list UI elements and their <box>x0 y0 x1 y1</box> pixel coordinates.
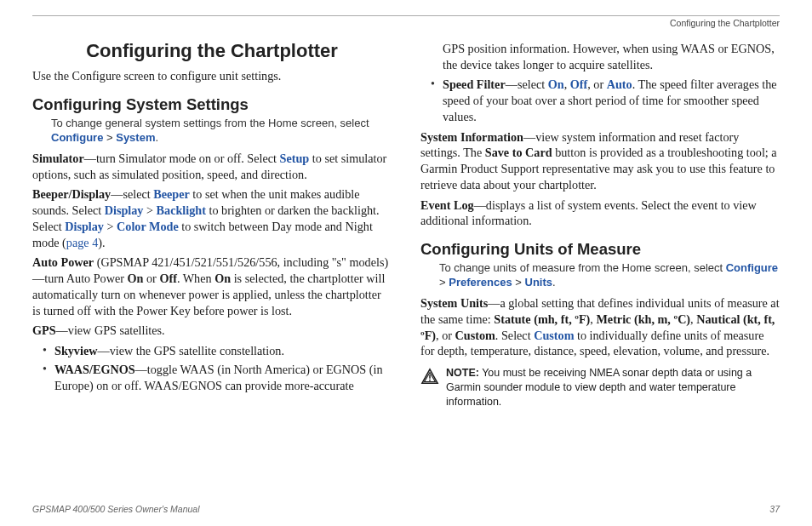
label-speed-filter: Speed Filter <box>443 77 506 91</box>
column-left: Configuring the Chartplotter Use the Con… <box>32 37 392 488</box>
label-save-to-card: Save to Card <box>485 146 552 159</box>
link-on[interactable]: On <box>548 77 564 91</box>
instr-text: To change units of measure from the Home… <box>439 261 726 274</box>
text: —select <box>111 187 153 201</box>
column-right: GPS position information. However, when … <box>420 37 780 488</box>
path-sep: > <box>512 276 525 289</box>
text: or <box>143 272 159 285</box>
link-backlight[interactable]: Backlight <box>157 203 206 217</box>
para-simulator: Simulator—turn Simulator mode on or off.… <box>32 151 392 182</box>
list-item-speed-filter: Speed Filter—select On, Off, or Auto. Th… <box>431 77 780 124</box>
label-waas-egnos: WAAS/EGNOS <box>54 363 135 376</box>
list-item-skyview: Skyview—view the GPS satellite constella… <box>43 343 392 359</box>
label-simulator: Simulator <box>32 152 84 165</box>
path-preferences: Preferences <box>449 276 512 289</box>
text: , <box>564 77 570 91</box>
para-waas-continued: GPS position information. However, when … <box>443 41 780 72</box>
link-auto[interactable]: Auto <box>607 77 632 91</box>
link-off[interactable]: Off <box>570 77 588 91</box>
para-event-log: Event Log—displays a list of system even… <box>420 197 780 229</box>
text: > <box>104 220 117 233</box>
instr-end: . <box>552 276 556 289</box>
text-on: On <box>128 272 144 285</box>
text: —turn Simulator mode on or off. Select <box>84 152 280 165</box>
label-event-log: Event Log <box>420 198 474 212</box>
instr-end: . <box>155 131 158 144</box>
label-system-info: System Information <box>420 130 523 144</box>
text: —view GPS satellites. <box>56 323 165 337</box>
footer-manual-title: GPSMAP 400/500 Series Owner's Manual <box>32 504 200 514</box>
link-setup[interactable]: Setup <box>280 152 310 165</box>
label-gps: GPS <box>32 323 56 337</box>
list-item-waas: WAAS/EGNOS—toggle WAAS (in North America… <box>43 362 392 393</box>
para-beeper: Beeper/Display—select Beeper to set when… <box>32 186 392 250</box>
footer-page-number: 37 <box>769 504 780 514</box>
para-auto-power: Auto Power (GPSMAP 421/451/521/551/526/5… <box>32 254 392 318</box>
running-head: Configuring the Chartplotter <box>32 18 780 28</box>
path-system: System <box>116 131 155 144</box>
opt-metric: Metric (kh, m, ºC) <box>596 312 690 326</box>
para-gps: GPS—view GPS satellites. <box>32 323 392 339</box>
label-system-units: System Units <box>420 296 488 310</box>
page-title: Configuring the Chartplotter <box>32 38 392 63</box>
instruction-units: To change units of measure from the Home… <box>439 261 780 290</box>
gps-sublist: Skyview—view the GPS satellite constella… <box>43 343 392 393</box>
link-color-mode[interactable]: Color Mode <box>117 220 179 233</box>
link-custom[interactable]: Custom <box>534 329 574 342</box>
link-beeper[interactable]: Beeper <box>153 187 190 201</box>
opt-custom: Custom <box>455 329 495 342</box>
intro-text: Use the Configure screen to configure un… <box>32 68 392 84</box>
page-footer: GPSMAP 400/500 Series Owner's Manual 37 <box>32 504 780 514</box>
text-on2: On <box>214 272 231 285</box>
label-skyview: Skyview <box>54 344 97 357</box>
text: , or <box>587 77 606 91</box>
opt-statute: Statute (mh, ft, ºF) <box>494 312 590 326</box>
link-page-4[interactable]: page 4 <box>66 236 98 249</box>
note-body: You must be receiving NMEA sonar depth d… <box>446 367 752 408</box>
text: , or <box>436 329 455 342</box>
path-configure2: Configure <box>726 261 778 274</box>
text-off: Off <box>159 272 177 285</box>
note-text: NOTE: You must be receiving NMEA sonar d… <box>446 366 780 409</box>
label-beeper-display: Beeper/Display <box>32 187 111 201</box>
text: . Select <box>495 329 534 342</box>
label-auto-power: Auto Power <box>32 255 94 269</box>
text: —view the GPS satellite constellation. <box>97 344 283 357</box>
heading-units-of-measure: Configuring Units of Measure <box>420 239 780 260</box>
link-display2[interactable]: Display <box>65 220 104 233</box>
text: ). <box>98 236 105 249</box>
text: > <box>143 203 156 217</box>
para-system-units: System Units—a global setting that defin… <box>420 295 780 359</box>
note-label: NOTE: <box>446 367 479 379</box>
path-sep: > <box>439 276 449 289</box>
instr-text: To change general system settings from t… <box>51 117 369 129</box>
link-display1[interactable]: Display <box>105 203 144 217</box>
path-units: Units <box>525 276 553 289</box>
path-configure: Configure <box>51 131 103 144</box>
note-block: NOTE: You must be receiving NMEA sonar d… <box>420 366 780 409</box>
two-column-layout: Configuring the Chartplotter Use the Con… <box>32 37 780 488</box>
text: —select <box>506 77 548 91</box>
note-icon <box>420 368 439 386</box>
gps-sublist-cont: Speed Filter—select On, Off, or Auto. Th… <box>431 77 780 124</box>
heading-system-settings: Configuring System Settings <box>32 94 392 115</box>
para-system-info: System Information—view system informati… <box>420 129 780 193</box>
path-sep: > <box>103 131 116 144</box>
header-rule <box>32 15 780 16</box>
svg-point-3 <box>429 380 431 381</box>
text: . When <box>177 272 214 285</box>
instruction-system-settings: To change general system settings from t… <box>51 117 392 146</box>
